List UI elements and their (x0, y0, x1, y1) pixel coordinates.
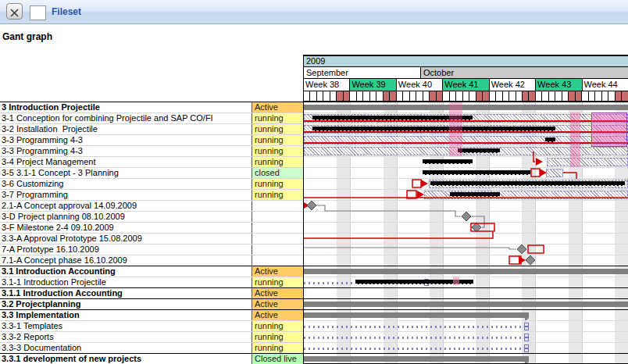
bar-end-marker (524, 344, 529, 352)
page-title: Gant graph (2, 31, 52, 42)
week-cell: Week 43 (535, 79, 581, 91)
task-row[interactable]: 3-D Project planning 08.10.2009 (0, 211, 303, 222)
task-label: 3-4 Project Management (0, 157, 252, 167)
gantt-row[interactable] (304, 200, 628, 211)
gantt-row[interactable] (304, 167, 628, 178)
day-cell (476, 91, 482, 101)
task-row[interactable]: 3.3-2 Reportsrunning (0, 331, 303, 342)
gantt-row[interactable] (304, 331, 628, 342)
task-row[interactable]: 3.3-1 Templatesrunning (0, 320, 303, 331)
gantt-application: Fileset Gant graph 3 Introduction Projec… (0, 0, 628, 364)
summary-bar[interactable] (304, 269, 628, 274)
task-row[interactable]: 3-3 Programming 4-3running (0, 134, 303, 145)
gantt-row[interactable] (304, 189, 628, 200)
gantt-row[interactable] (304, 244, 628, 255)
progress-dotted-line (304, 348, 524, 350)
gantt-row[interactable] (304, 277, 628, 287)
gantt-row[interactable] (304, 211, 628, 222)
gantt-row[interactable] (304, 342, 628, 353)
day-cell (416, 91, 422, 101)
task-row[interactable]: 3.3-3 Documentationrunning (0, 342, 303, 353)
task-row[interactable]: 3-3 Programming 4-3running (0, 145, 303, 156)
summary-bar[interactable] (304, 302, 628, 307)
day-cell (409, 91, 416, 101)
gantt-row[interactable] (304, 266, 628, 277)
gantt-row[interactable] (304, 320, 628, 331)
task-label: 3.1 Introduction Accounting (0, 266, 252, 277)
day-cell (541, 91, 548, 101)
planned-bar[interactable] (547, 158, 628, 166)
day-cell (389, 91, 395, 101)
gantt-row[interactable] (304, 309, 628, 320)
task-row[interactable]: 3-5 3.1-1 Concept - 3 Planningclosed (0, 167, 303, 178)
day-cell (575, 91, 581, 101)
task-row[interactable]: 3.1.1 Introduction AccountingActive (0, 287, 303, 298)
actual-bar[interactable] (423, 170, 530, 175)
summary-bar[interactable] (304, 312, 529, 318)
task-row[interactable]: 3.3.1 development of new projectsClosed … (0, 353, 303, 364)
task-label: 7-A Prototype 16.10.2009 (0, 244, 252, 255)
task-status: running (252, 179, 303, 189)
task-row[interactable]: 3-F Milestone 2-4 09.10.2009 (0, 222, 303, 233)
task-row[interactable]: 3.1-1 Introduction Projectilerunning (0, 277, 303, 287)
task-label: 3.3-2 Reports (0, 332, 252, 342)
actual-bar[interactable] (450, 192, 500, 197)
gantt-row[interactable] (304, 178, 628, 189)
fileset-label: Fileset (52, 6, 81, 17)
task-status: Active (252, 310, 303, 320)
task-row[interactable]: 3.1 Introduction AccountingActive (0, 266, 303, 277)
day-cell (462, 91, 469, 101)
task-row[interactable]: 3.3-A Approval Prototype 15.08.2009 (0, 233, 303, 244)
close-button[interactable] (6, 3, 23, 20)
task-row[interactable]: 2.1-A Concept approval 14.09.2009 (0, 200, 303, 211)
day-cell (568, 91, 574, 101)
task-row[interactable]: 3-4 Project Managementrunning (0, 156, 303, 167)
task-row[interactable]: 3.2 ProjectplanningActive (0, 298, 303, 309)
summary-bar[interactable] (304, 356, 529, 362)
summary-bar[interactable] (304, 105, 628, 110)
actual-bar[interactable] (423, 159, 473, 164)
gantt-row[interactable] (304, 102, 628, 112)
task-row[interactable]: 7.1-A Concept phase 16.10.2009 (0, 255, 303, 266)
day-cell (436, 91, 442, 101)
close-icon (7, 9, 22, 17)
task-row[interactable]: 3-7 Programmingrunning (0, 189, 303, 200)
task-status: running (252, 135, 303, 145)
task-status: running (252, 332, 303, 342)
gantt-row[interactable] (304, 298, 628, 309)
gantt-row[interactable] (304, 222, 628, 233)
fileset-checkbox[interactable] (30, 5, 46, 20)
task-label: 3.3-3 Documentation (0, 343, 252, 353)
timeline-year-row: 2009 (304, 56, 628, 67)
day-cell (594, 91, 601, 101)
gantt-row[interactable] (304, 353, 628, 364)
task-row[interactable]: 3-2 Installation Projectilerunning (0, 123, 303, 134)
highlight-band (453, 277, 459, 285)
task-row[interactable]: 3-1 Conception for combining Projectile … (0, 112, 303, 123)
planned-bar[interactable] (546, 169, 563, 177)
task-row[interactable]: 7-A Prototype 16.10.2009 (0, 244, 303, 255)
task-status (252, 201, 303, 211)
actual-bar[interactable] (458, 148, 500, 153)
highlight-band (591, 112, 627, 147)
gantt-row[interactable] (304, 233, 628, 244)
progress-dotted-line (304, 326, 524, 328)
day-cell (423, 91, 429, 101)
actual-bar[interactable] (430, 181, 625, 186)
day-cell (402, 91, 409, 101)
day-cell (601, 91, 608, 101)
gantt-row[interactable] (304, 287, 628, 298)
task-label: 3-3 Programming 4-3 (0, 135, 252, 145)
task-row[interactable]: 3-6 Customizingrunning (0, 178, 303, 189)
day-cell (304, 91, 309, 101)
task-label: 3-F Milestone 2-4 09.10.2009 (0, 223, 252, 233)
day-cell (336, 91, 342, 101)
task-row[interactable]: 3 Introduction ProjectileActive (0, 102, 303, 112)
week-cell: Week 40 (396, 79, 442, 91)
task-row[interactable]: 3.3 ImplementationActive (0, 309, 303, 320)
day-cell (562, 91, 568, 101)
task-label: 3.3-A Approval Prototype 15.08.2009 (0, 234, 252, 244)
task-label: 3.1.1 Introduction Accounting (0, 288, 252, 298)
day-cell (508, 91, 515, 101)
gantt-row[interactable] (304, 255, 628, 266)
